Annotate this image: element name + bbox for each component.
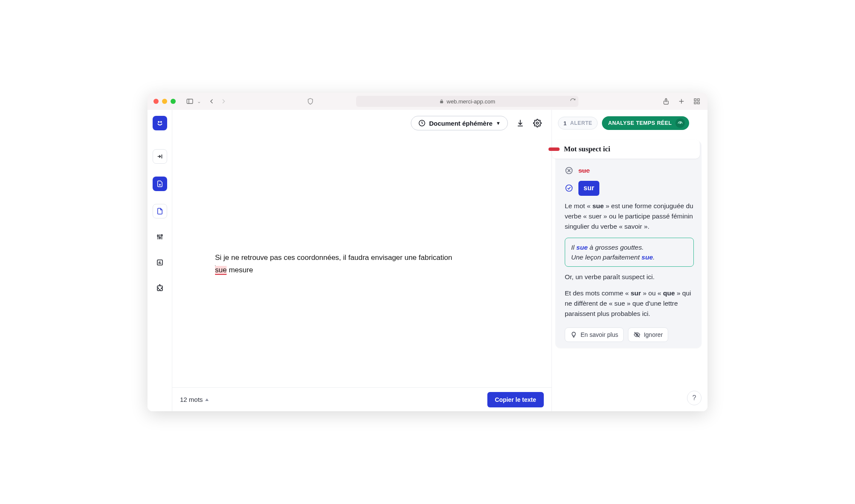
privacy-shield-icon[interactable] <box>306 97 315 106</box>
sidebar-documents[interactable] <box>153 204 167 218</box>
sidebar <box>147 110 172 411</box>
chevron-down-icon: ▼ <box>496 121 501 126</box>
svg-point-26 <box>537 122 539 124</box>
svg-rect-8 <box>698 102 700 104</box>
ignore-button[interactable]: Ignorer <box>628 327 668 342</box>
browser-titlebar: ⌄ web.merci-app.com <box>147 93 708 110</box>
tabs-overview-icon[interactable] <box>692 97 702 106</box>
sidebar-collapse-button[interactable] <box>153 149 167 164</box>
svg-point-9 <box>158 121 159 122</box>
severity-indicator-icon <box>548 147 560 151</box>
explanation-p1: Le mot « sue » est une forme conjuguée d… <box>565 201 694 232</box>
card-title: Mot suspect ici <box>564 145 610 153</box>
alert-count-chip[interactable]: 1 ALERTE <box>558 117 598 130</box>
example-line-1: Il sue à grosses gouttes. <box>571 242 687 252</box>
example-box: Il sue à grosses gouttes. Une leçon parf… <box>565 238 694 267</box>
svg-point-16 <box>157 235 159 236</box>
sidebar-toggle-icon[interactable] <box>185 97 195 106</box>
card-actions: En savoir plus Ignorer <box>555 327 702 342</box>
editor-error-word[interactable]: sue <box>215 266 227 275</box>
card-body: sue sur Le mot « sue » est une forme con… <box>555 159 702 321</box>
sidebar-statistics[interactable] <box>153 255 167 270</box>
download-button[interactable] <box>516 118 525 128</box>
svg-point-10 <box>160 121 161 122</box>
realtime-label: ANALYSE TEMPS RÉEL <box>608 120 672 126</box>
lightbulb-icon <box>570 331 577 338</box>
word-count-label: 12 mots <box>180 396 203 403</box>
sidebar-settings-sliders[interactable] <box>153 230 167 244</box>
card-header[interactable]: Mot suspect ici <box>552 140 700 159</box>
eye-off-icon <box>634 331 640 338</box>
url-text: web.merci-app.com <box>447 98 495 105</box>
settings-button[interactable] <box>533 118 542 128</box>
alert-count-label: ALERTE <box>570 120 593 126</box>
suggestion-row: sur <box>565 181 694 196</box>
svg-rect-7 <box>694 102 696 104</box>
app-window: ⌄ web.merci-app.com <box>147 93 708 411</box>
copy-text-button[interactable]: Copier le texte <box>487 392 544 407</box>
word-count[interactable]: 12 mots <box>180 396 209 403</box>
alert-count-number: 1 <box>563 120 567 127</box>
close-window-icon[interactable] <box>153 99 159 104</box>
learn-more-button[interactable]: En savoir plus <box>565 327 624 342</box>
editor-toolbar: Document éphémère ▼ <box>172 110 551 136</box>
suggestions-panel: 1 ALERTE ANALYSE TEMPS RÉEL Mot suspect … <box>552 110 708 411</box>
back-button[interactable] <box>207 97 216 106</box>
reject-icon <box>565 166 573 175</box>
editor-text-part2: mesure <box>227 266 253 274</box>
wrong-word: sue <box>578 165 590 176</box>
lock-icon <box>439 99 444 104</box>
accept-icon <box>565 184 573 192</box>
window-controls <box>153 99 176 104</box>
minimize-window-icon[interactable] <box>162 99 167 104</box>
reload-icon[interactable] <box>570 98 576 105</box>
app-body: Document éphémère ▼ Si je ne retrouve pa… <box>147 110 708 411</box>
sidebar-new-document[interactable] <box>153 177 167 191</box>
app-logo[interactable] <box>153 116 167 130</box>
forward-button[interactable] <box>219 97 228 106</box>
editor-column: Document éphémère ▼ Si je ne retrouve pa… <box>172 110 552 411</box>
document-type-label: Document éphémère <box>429 120 492 127</box>
gauge-icon <box>675 118 685 128</box>
chevron-up-icon <box>205 398 209 401</box>
svg-rect-6 <box>698 99 700 101</box>
realtime-analysis-toggle[interactable]: ANALYSE TEMPS RÉEL <box>602 116 689 130</box>
sidebar-extensions[interactable] <box>153 281 167 295</box>
address-bar[interactable]: web.merci-app.com <box>356 96 578 107</box>
editor-text-part1: Si je ne retrouve pas ces coordonnées, i… <box>215 253 452 262</box>
svg-rect-5 <box>694 99 696 101</box>
suggestion-button[interactable]: sur <box>578 181 599 196</box>
text-editor[interactable]: Si je ne retrouve pas ces coordonnées, i… <box>172 136 551 387</box>
help-button[interactable]: ? <box>687 391 702 405</box>
svg-point-20 <box>161 235 162 236</box>
explanation-p3: Et des mots comme « sur » ou « que » qui… <box>565 288 694 319</box>
document-type-selector[interactable]: Document éphémère ▼ <box>411 116 508 130</box>
clock-icon <box>418 119 426 127</box>
explanation-p2: Or, un verbe paraît suspect ici. <box>565 272 694 282</box>
example-line-2: Une leçon parfaitement sue. <box>571 252 687 262</box>
share-icon[interactable] <box>661 97 671 106</box>
wrong-word-row: sue <box>565 165 694 176</box>
chevron-down-icon[interactable]: ⌄ <box>197 99 201 104</box>
svg-point-31 <box>566 185 572 192</box>
editor-footer: 12 mots Copier le texte <box>172 387 551 411</box>
help-icon: ? <box>693 394 696 402</box>
maximize-window-icon[interactable] <box>171 99 176 104</box>
svg-point-18 <box>159 237 160 239</box>
new-tab-icon[interactable] <box>677 97 686 106</box>
suggestion-card: Mot suspect ici sue sur Le mot « sue » e… <box>555 141 702 348</box>
svg-rect-0 <box>187 99 193 104</box>
panel-header: 1 ALERTE ANALYSE TEMPS RÉEL <box>552 110 708 136</box>
